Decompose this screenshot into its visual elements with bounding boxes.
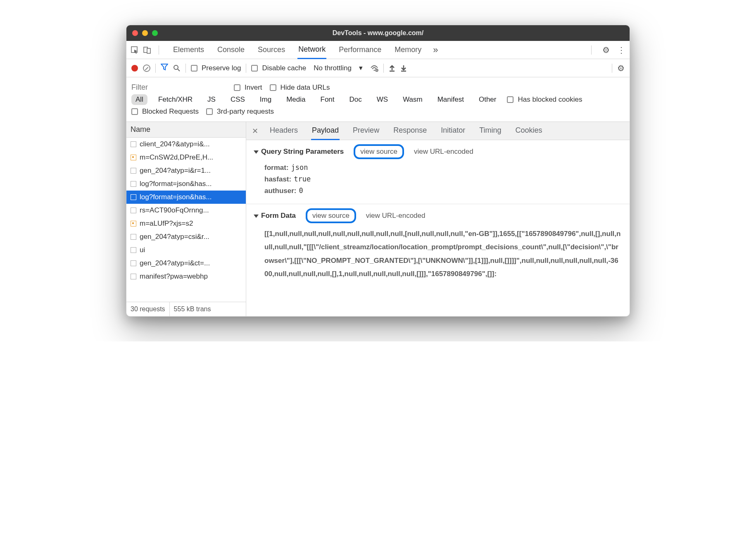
filter-type-img[interactable]: Img: [256, 94, 276, 105]
detail-tab-initiator[interactable]: Initiator: [440, 122, 466, 140]
dropdown-caret-icon: ▾: [359, 64, 363, 72]
blocked-requests-checkbox[interactable]: Blocked Requests: [131, 107, 199, 116]
tab-memory[interactable]: Memory: [394, 41, 422, 58]
tab-elements[interactable]: Elements: [172, 41, 205, 58]
invert-checkbox[interactable]: Invert: [234, 83, 262, 92]
filter-type-wasm[interactable]: Wasm: [399, 94, 427, 105]
request-row[interactable]: client_204?&atyp=i&...: [126, 138, 246, 151]
detail-tab-timing[interactable]: Timing: [478, 122, 502, 140]
separator: [383, 64, 384, 73]
tab-console[interactable]: Console: [216, 41, 245, 58]
detail-tab-preview[interactable]: Preview: [352, 122, 380, 140]
request-label: log?format=json&has...: [140, 180, 212, 188]
request-row[interactable]: manifest?pwa=webhp: [126, 270, 246, 283]
network-conditions-icon[interactable]: [370, 64, 378, 72]
invert-label: Invert: [245, 83, 262, 92]
settings-icon[interactable]: [602, 45, 610, 55]
filter-input[interactable]: [131, 83, 226, 92]
request-row[interactable]: m=CnSW2d,DPreE,H...: [126, 151, 246, 164]
request-row[interactable]: ui: [126, 243, 246, 257]
separator: [155, 64, 156, 73]
detail-tab-cookies[interactable]: Cookies: [515, 122, 543, 140]
disable-cache-checkbox[interactable]: Disable cache: [251, 64, 306, 72]
request-label: gen_204?atyp=i&ct=...: [140, 259, 210, 267]
document-file-icon: [131, 194, 136, 200]
search-icon[interactable]: [173, 64, 181, 72]
clear-icon[interactable]: [143, 64, 150, 72]
tab-performance[interactable]: Performance: [338, 41, 382, 58]
filter-type-ws[interactable]: WS: [373, 94, 392, 105]
filter-type-all[interactable]: All: [131, 94, 147, 105]
filter-type-fetchxhr[interactable]: Fetch/XHR: [154, 94, 197, 105]
section-toggle[interactable]: Query String Parameters: [254, 148, 344, 156]
request-row[interactable]: gen_204?atyp=i&ct=...: [126, 257, 246, 270]
tab-network[interactable]: Network: [297, 41, 326, 59]
qsp-view-source-link[interactable]: view source: [354, 144, 404, 159]
preserve-log-checkbox[interactable]: Preserve log: [191, 64, 241, 72]
param-value: 0: [299, 186, 303, 195]
network-settings-icon[interactable]: [617, 63, 625, 73]
has-blocked-cookies-checkbox[interactable]: Has blocked cookies: [507, 95, 582, 104]
more-tabs-icon[interactable]: [433, 45, 438, 55]
param-value: json: [291, 163, 308, 172]
filter-type-manifest[interactable]: Manifest: [433, 94, 468, 105]
filter-type-media[interactable]: Media: [282, 94, 309, 105]
request-row[interactable]: m=aLUfP?xjs=s2: [126, 217, 246, 230]
form-raw-data: [[1,null,null,null,null,null,null,null,n…: [264, 227, 622, 281]
detail-tab-payload[interactable]: Payload: [311, 122, 340, 140]
filter-type-other[interactable]: Other: [475, 94, 501, 105]
detail-tab-headers[interactable]: Headers: [269, 122, 299, 140]
record-button[interactable]: [131, 65, 138, 72]
titlebar: DevTools - www.google.com/: [126, 25, 630, 41]
filter-toggle-icon[interactable]: [161, 63, 168, 73]
filter-bar: Invert Hide data URLs AllFetch/XHRJSCSSI…: [126, 77, 630, 122]
svg-line-4: [178, 69, 180, 71]
request-row[interactable]: log?format=json&has...: [126, 191, 246, 204]
close-details-icon[interactable]: ✕: [252, 126, 258, 136]
kebab-menu-icon[interactable]: [617, 45, 625, 55]
name-column-header[interactable]: Name: [126, 122, 246, 138]
download-har-icon[interactable]: [400, 64, 407, 72]
query-string-section: Query String Parameters view source view…: [246, 140, 630, 204]
throttling-value: No throttling: [314, 64, 352, 72]
third-party-checkbox[interactable]: 3rd-party requests: [206, 107, 274, 116]
query-param: authuser:0: [264, 186, 622, 195]
filter-type-doc[interactable]: Doc: [345, 94, 366, 105]
details-tabbar: ✕ HeadersPayloadPreviewResponseInitiator…: [246, 122, 630, 140]
close-window-icon[interactable]: [132, 30, 138, 36]
upload-har-icon[interactable]: [389, 64, 395, 72]
param-key: hasfast:: [264, 175, 291, 183]
request-label: ui: [140, 246, 145, 254]
document-file-icon: [131, 274, 136, 279]
param-key: authuser:: [264, 187, 296, 195]
minimize-window-icon[interactable]: [142, 30, 148, 36]
disable-cache-label: Disable cache: [262, 64, 306, 72]
request-row[interactable]: log?format=json&has...: [126, 177, 246, 191]
form-view-encoded-link[interactable]: view URL-encoded: [366, 212, 426, 220]
query-param: format:json: [264, 163, 622, 172]
separator: [612, 64, 612, 73]
request-row[interactable]: gen_204?atyp=i&r=1...: [126, 164, 246, 177]
svg-point-5: [373, 69, 375, 71]
request-details-pane: ✕ HeadersPayloadPreviewResponseInitiator…: [246, 122, 630, 316]
inspect-icon[interactable]: [131, 46, 139, 54]
form-view-source-link[interactable]: view source: [306, 208, 356, 223]
filter-type-css[interactable]: CSS: [226, 94, 249, 105]
detail-tab-response[interactable]: Response: [392, 122, 428, 140]
device-toggle-icon[interactable]: [143, 46, 151, 54]
request-label: gen_204?atyp=i&r=1...: [140, 167, 211, 175]
zoom-window-icon[interactable]: [152, 30, 158, 36]
document-file-icon: [131, 234, 136, 240]
tab-sources[interactable]: Sources: [257, 41, 286, 58]
throttling-select[interactable]: No throttling ▾: [314, 64, 363, 72]
section-toggle[interactable]: Form Data: [254, 212, 296, 220]
request-row[interactable]: gen_204?atyp=csi&r...: [126, 230, 246, 243]
filter-type-font[interactable]: Font: [316, 94, 339, 105]
request-row[interactable]: rs=ACT90oFqOrnng...: [126, 204, 246, 217]
filter-type-js[interactable]: JS: [203, 94, 220, 105]
separator: [591, 45, 592, 55]
qsp-view-encoded-link[interactable]: view URL-encoded: [414, 148, 473, 156]
document-file-icon: [131, 168, 136, 174]
hide-data-urls-checkbox[interactable]: Hide data URLs: [270, 83, 330, 92]
status-bar: 30 requests 555 kB trans: [126, 302, 246, 316]
